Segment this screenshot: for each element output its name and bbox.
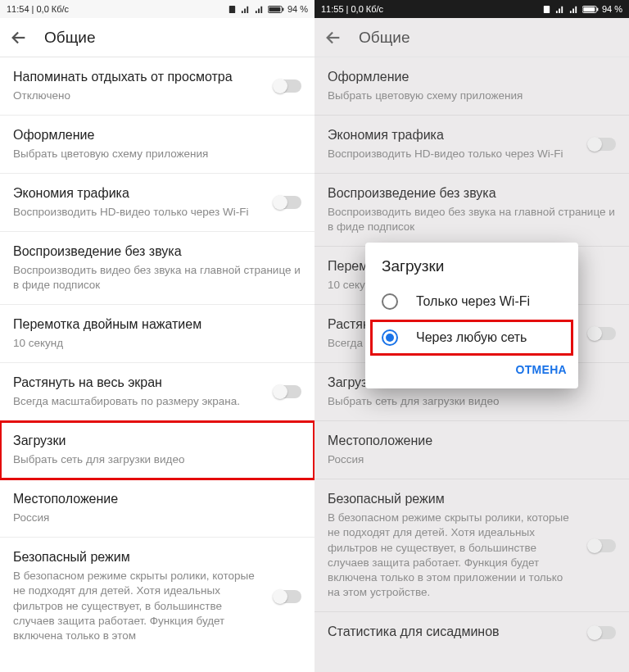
toggle-switch[interactable] [274, 79, 301, 93]
toggle-switch[interactable] [274, 196, 301, 209]
item-title: Загрузки [13, 433, 301, 450]
back-icon[interactable] [10, 29, 28, 47]
item-subtitle: Выбрать сеть для загрузки видео [13, 452, 301, 467]
item-subtitle: 10 секунд [328, 278, 616, 293]
item-title: Экономия трафика [328, 127, 578, 144]
signal-icon [568, 5, 579, 14]
item-subtitle: В безопасном режиме скрыты ролики, котор… [13, 569, 264, 643]
battery-icon [582, 5, 599, 14]
item-restricted-mode[interactable]: Безопасный режим В безопасном режиме скр… [314, 479, 629, 612]
back-icon[interactable] [324, 29, 342, 47]
item-subtitle: Всегда масштабировать по размеру экрана. [13, 394, 264, 409]
item-double-tap-seek[interactable]: Перемотка двойным нажатием 10 секунд [0, 305, 314, 363]
item-title: Перемотка двойным нажатием [328, 258, 616, 275]
app-bar: Общие [314, 18, 629, 57]
phone-left: 11:54 | 0,0 Кб/с 94 % Общие Напоминать о… [0, 0, 314, 672]
item-data-saving[interactable]: Экономия трафика Воспроизводить HD-видео… [314, 116, 629, 174]
item-subtitle: 10 секунд [13, 336, 301, 351]
item-title: Местоположение [13, 491, 301, 508]
item-location[interactable]: Местоположение Россия [0, 479, 314, 538]
app-bar: Общие [0, 18, 314, 57]
item-subtitle: Воспроизводить HD-видео только через Wi-… [13, 205, 264, 220]
status-right: 94 % [542, 4, 622, 14]
item-theme[interactable]: Оформление Выбрать цветовую схему прилож… [314, 57, 629, 116]
item-subtitle: Выбрать цветовую схему приложения [328, 89, 616, 103]
item-title: Растянуть на весь экран [328, 316, 578, 334]
item-title: Местоположение [328, 433, 616, 450]
svg-rect-2 [269, 7, 280, 11]
item-title: Безопасный режим [13, 549, 264, 566]
battery-icon [268, 5, 284, 14]
signal-icon [254, 5, 265, 14]
status-time: 11:55 | 0,0 Кб/с [321, 4, 383, 14]
item-subtitle: Выбрать сеть для загрузки видео [328, 394, 616, 409]
item-subtitle: В безопасном режиме скрыты ролики, котор… [328, 511, 578, 600]
status-time: 11:54 | 0,0 Кб/с [7, 4, 69, 14]
item-remind-break[interactable]: Напоминать отдыхать от просмотра Отключе… [0, 57, 314, 116]
item-zoom-fill[interactable]: Растянуть на весь экран Всегда масштабир… [0, 363, 314, 421]
toggle-switch[interactable] [274, 590, 301, 603]
signal-icon [554, 5, 565, 14]
item-data-saving[interactable]: Экономия трафика Воспроизводить HD-видео… [0, 174, 314, 232]
item-downloads[interactable]: Загрузки Выбрать сеть для загрузки видео [0, 421, 314, 479]
item-subtitle: Воспроизводить HD-видео только через Wi-… [328, 147, 578, 161]
item-theme[interactable]: Оформление Выбрать цветовую схему прилож… [0, 116, 314, 174]
page-title: Общие [359, 29, 410, 47]
item-title: Оформление [328, 69, 616, 86]
item-title: Безопасный режим [328, 491, 578, 508]
item-downloads[interactable]: Загрузки Выбрать сеть для загрузки видео [314, 363, 629, 421]
item-title: Перемотка двойным нажатием [13, 316, 301, 334]
svg-rect-3 [283, 7, 283, 11]
item-muted-playback[interactable]: Воспроизведение без звука Воспроизводить… [314, 174, 629, 247]
item-stats-nerds[interactable]: Статистика для сисадминов [314, 612, 629, 652]
signal-icon [240, 5, 251, 14]
sim-icon [542, 5, 551, 14]
page-title: Общие [44, 29, 95, 47]
item-double-tap-seek[interactable]: Перемотка двойным нажатием 10 секунд [314, 247, 629, 305]
toggle-switch[interactable] [588, 626, 616, 639]
item-subtitle: Россия [13, 511, 301, 525]
battery-text: 94 % [602, 4, 622, 14]
item-subtitle: Всегда масштабировать по размеру экрана. [328, 336, 578, 351]
settings-list: Напоминать отдыхать от просмотра Отключе… [0, 57, 314, 655]
item-subtitle: Воспроизводить видео без звука на главно… [328, 205, 616, 234]
item-title: Воспроизведение без звука [13, 243, 301, 261]
item-muted-playback[interactable]: Воспроизведение без звука Воспроизводить… [0, 232, 314, 305]
svg-rect-0 [229, 5, 235, 12]
settings-list: Оформление Выбрать цветовую схему прилож… [314, 57, 629, 652]
svg-rect-6 [583, 7, 595, 11]
sim-icon [228, 5, 237, 14]
item-title: Загрузки [328, 375, 616, 392]
status-bar: 11:55 | 0,0 Кб/с 94 % [314, 0, 629, 18]
item-title: Экономия трафика [13, 185, 264, 202]
item-title: Воспроизведение без звука [328, 185, 616, 202]
item-subtitle: Отключено [13, 89, 264, 103]
status-right: 94 % [228, 4, 308, 14]
toggle-switch[interactable] [588, 327, 616, 340]
item-location[interactable]: Местоположение Россия [314, 421, 629, 479]
toggle-switch[interactable] [588, 539, 616, 552]
battery-text: 94 % [287, 4, 308, 14]
item-title: Оформление [13, 127, 301, 144]
svg-rect-4 [544, 5, 550, 12]
item-title: Напоминать отдыхать от просмотра [13, 69, 264, 86]
item-title: Статистика для сисадминов [328, 624, 578, 641]
phone-right: 11:55 | 0,0 Кб/с 94 % Общие Оформление В… [314, 0, 629, 672]
toggle-switch[interactable] [274, 385, 301, 398]
item-restricted-mode[interactable]: Безопасный режим В безопасном режиме скр… [0, 538, 314, 655]
svg-rect-7 [597, 7, 598, 11]
status-bar: 11:54 | 0,0 Кб/с 94 % [0, 0, 314, 18]
item-title: Растянуть на весь экран [13, 375, 264, 392]
item-subtitle: Выбрать цветовую схему приложения [13, 147, 301, 161]
item-subtitle: Россия [328, 452, 616, 467]
item-subtitle: Воспроизводить видео без звука на главно… [13, 263, 301, 293]
item-zoom-fill[interactable]: Растянуть на весь экран Всегда масштабир… [314, 305, 629, 363]
toggle-switch[interactable] [588, 138, 616, 151]
